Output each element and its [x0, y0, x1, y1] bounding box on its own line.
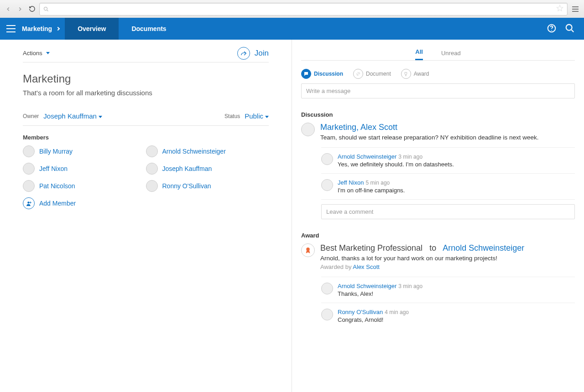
- svg-point-6: [551, 30, 552, 31]
- reply-author-link[interactable]: Jeff Nixon: [338, 179, 364, 186]
- avatar: [321, 309, 333, 320]
- tab-overview[interactable]: Overview: [65, 18, 119, 40]
- reply-time: 5 min ago: [366, 180, 390, 186]
- avatar: [321, 153, 333, 165]
- reply-item: Jeff Nixon5 min ago I'm on off-line camp…: [321, 173, 575, 199]
- svg-rect-4: [6, 31, 16, 32]
- comment-input[interactable]: Leave a comment: [321, 204, 575, 219]
- member-item[interactable]: Pat Nicolson: [23, 180, 146, 192]
- member-item[interactable]: Ronny O'Sullivan: [146, 180, 269, 192]
- url-bar[interactable]: [39, 3, 568, 15]
- reply-author-link[interactable]: Ronny O'Sullivan: [338, 309, 383, 315]
- reply-text: Congrats, Arnold!: [338, 316, 409, 323]
- document-icon: [353, 69, 363, 79]
- compose-type-award[interactable]: Award: [401, 69, 429, 79]
- reply-item: Ronny O'Sullivan4 min ago Congrats, Arno…: [321, 303, 575, 329]
- help-icon[interactable]: [547, 23, 557, 35]
- svg-point-7: [566, 24, 572, 30]
- avatar: [146, 180, 158, 192]
- svg-marker-1: [557, 5, 563, 11]
- members-heading: Members: [23, 134, 269, 141]
- room-info-pane: Actions Join Marketing That's a room for…: [0, 40, 292, 392]
- add-member-button[interactable]: Add Member: [23, 197, 146, 209]
- reply-time: 3 min ago: [398, 154, 422, 160]
- svg-point-0: [44, 7, 47, 10]
- svg-point-11: [306, 248, 310, 251]
- room-title: Marketing: [23, 72, 269, 85]
- breadcrumb[interactable]: Marketing: [22, 18, 65, 40]
- join-icon: [237, 47, 250, 60]
- room-subtitle: That's a room for all marketing discussi…: [23, 89, 269, 97]
- search-icon: [43, 6, 49, 12]
- activity-feed-pane: All Unread Discussion Document Award Wri…: [292, 40, 584, 392]
- avatar: [321, 283, 333, 294]
- actions-dropdown[interactable]: Actions: [23, 50, 50, 57]
- award-recipient-link[interactable]: Arnold Schweinsteiger: [443, 243, 524, 253]
- reply-text: Thanks, Alex!: [338, 290, 422, 297]
- avatar: [301, 123, 315, 136]
- avatar: [146, 163, 158, 175]
- award-section-label: Award: [301, 232, 575, 239]
- award-text: Arnold, thanks a lot for your hard work …: [320, 255, 575, 262]
- caret-down-icon: [265, 116, 269, 118]
- feed-tab-all[interactable]: All: [415, 48, 423, 60]
- reply-author-link[interactable]: Arnold Schweinsteiger: [338, 283, 396, 289]
- avatar: [321, 179, 333, 191]
- avatar: [23, 145, 35, 157]
- compose-type-document[interactable]: Document: [353, 69, 391, 79]
- status-label: Status: [224, 113, 240, 119]
- tab-documents[interactable]: Documents: [119, 18, 179, 40]
- reload-button[interactable]: [27, 5, 36, 14]
- owner-label: Owner: [23, 113, 39, 119]
- svg-rect-3: [6, 28, 16, 29]
- member-item[interactable]: Joseph Kauffman: [146, 163, 269, 175]
- back-button[interactable]: [4, 5, 13, 14]
- reply-text: I'm on off-line campaigns.: [338, 187, 405, 194]
- member-item[interactable]: Jeff Nixon: [23, 163, 146, 175]
- reply-item: Arnold Schweinsteiger3 min ago Yes, we d…: [321, 147, 575, 173]
- avatar: [146, 145, 158, 157]
- award-badge-icon: [301, 243, 315, 257]
- compose-input[interactable]: Write a message: [301, 83, 575, 98]
- post-text: Team, should we start release preparatio…: [320, 134, 575, 141]
- caret-down-icon: [99, 116, 102, 118]
- join-button[interactable]: Join: [237, 47, 269, 60]
- awarded-by-link[interactable]: Alex Scott: [353, 263, 380, 270]
- member-item[interactable]: Billy Murray: [23, 145, 146, 157]
- add-member-icon: [23, 197, 35, 209]
- discussion-section-label: Discussion: [301, 111, 575, 118]
- reply-author-link[interactable]: Arnold Schweinsteiger: [338, 153, 396, 160]
- forward-button[interactable]: [16, 5, 25, 14]
- award-icon: [401, 69, 411, 79]
- discussion-post: Marketing, Alex Scott Team, should we st…: [301, 123, 575, 141]
- app-nav: Marketing Overview Documents: [0, 18, 584, 40]
- search-icon[interactable]: [565, 23, 575, 35]
- browser-toolbar: [0, 0, 584, 18]
- breadcrumb-label: Marketing: [22, 25, 52, 32]
- browser-menu-button[interactable]: [570, 5, 580, 14]
- chevron-right-icon: [56, 27, 60, 31]
- avatar: [23, 163, 35, 175]
- compose-type-discussion[interactable]: Discussion: [301, 69, 343, 79]
- reply-time: 3 min ago: [398, 283, 422, 289]
- svg-rect-10: [29, 202, 31, 202]
- reply-text: Yes, we definitely should. I'm on datash…: [338, 161, 454, 168]
- discussion-icon: [301, 69, 311, 79]
- avatar: [23, 180, 35, 192]
- bookmark-star-icon[interactable]: [556, 5, 563, 13]
- award-title: Best Marketing Professional: [320, 243, 422, 253]
- post-author-link[interactable]: Alex Scott: [360, 123, 397, 132]
- svg-rect-2: [6, 25, 16, 26]
- owner-link[interactable]: Joseph Kauffman: [43, 112, 102, 120]
- feed-tab-unread[interactable]: Unread: [441, 50, 461, 60]
- member-item[interactable]: Arnold Schweinsteiger: [146, 145, 269, 157]
- status-dropdown[interactable]: Public: [245, 112, 269, 120]
- post-room-link[interactable]: Marketing: [320, 123, 356, 132]
- nav-hamburger-icon[interactable]: [0, 18, 22, 40]
- reply-time: 4 min ago: [385, 309, 409, 315]
- reply-item: Arnold Schweinsteiger3 min ago Thanks, A…: [321, 277, 575, 303]
- caret-down-icon: [46, 52, 50, 54]
- svg-point-8: [27, 201, 29, 203]
- award-post: Best Marketing Professional to Arnold Sc…: [301, 243, 575, 270]
